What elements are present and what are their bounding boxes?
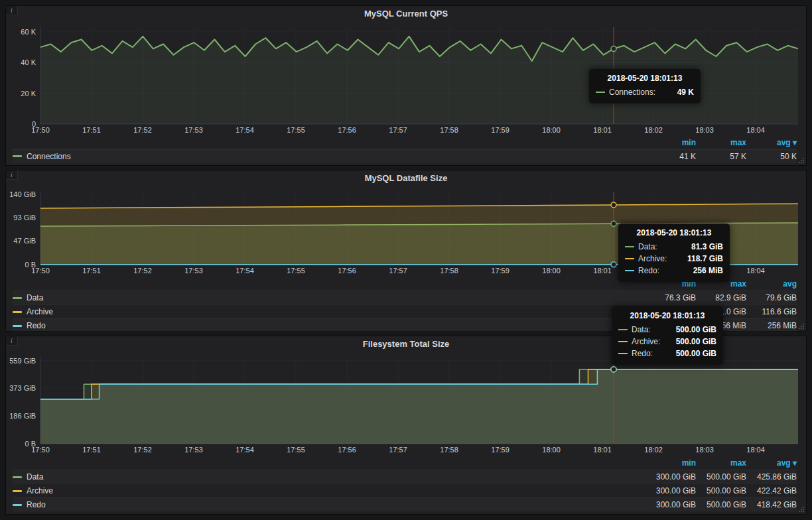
svg-text:18:01: 18:01	[593, 446, 612, 454]
legend-row: Connections 41 K 57 K 50 K	[13, 149, 797, 162]
series-swatch-icon	[13, 504, 22, 506]
legend-avg-value: 116.6 GiB	[752, 307, 797, 316]
series-swatch-icon	[618, 341, 628, 342]
legend-header-row: min max avg ▾	[13, 456, 797, 470]
tooltip-row: Archive: 500.00 GiB	[618, 336, 716, 348]
legend-avg-value: 425.86 GiB	[752, 472, 797, 482]
tooltip-series-label: Connections:	[609, 88, 655, 97]
legend-row: Data 76.3 GiB 82.9 GiB 79.6 GiB	[13, 291, 797, 304]
resize-handle-icon[interactable]	[798, 506, 805, 513]
legend-avg-value: 256 MiB	[752, 321, 797, 330]
svg-text:18:01: 18:01	[593, 126, 612, 134]
series-swatch-icon	[13, 155, 22, 157]
svg-text:18:00: 18:00	[542, 446, 561, 454]
legend-min-value: 300.00 GiB	[651, 486, 696, 495]
series-label[interactable]: Redo	[27, 321, 46, 330]
tooltip-timestamp: 2018-05-20 18:01:13	[618, 311, 716, 320]
series-swatch-icon	[13, 325, 22, 327]
legend-max-value: 57 K	[701, 152, 746, 161]
series-swatch-icon	[596, 92, 605, 93]
svg-text:18:04: 18:04	[746, 126, 765, 134]
legend-max-value: 82.9 GiB	[701, 293, 746, 302]
svg-text:0: 0	[32, 120, 36, 128]
panel-title[interactable]: MySQL Datafile Size	[6, 170, 806, 186]
svg-text:17:51: 17:51	[82, 267, 101, 275]
tooltip-row: Data: 500.00 GiB	[618, 324, 716, 336]
series-label[interactable]: Data	[27, 472, 43, 482]
panel-info-icon[interactable]: i	[6, 336, 18, 346]
legend-sort-min[interactable]: min	[651, 138, 696, 147]
legend-row: Data 300.00 GiB 500.00 GiB 425.86 GiB	[13, 470, 797, 484]
legend-row: Archive 300.00 GiB 500.00 GiB 422.42 GiB	[13, 484, 797, 497]
chart-tooltip: 2018-05-20 18:01:13 Data: 500.00 GiB Arc…	[612, 306, 723, 365]
series-label[interactable]: Data	[27, 293, 43, 302]
legend-sort-avg[interactable]: avg	[752, 279, 797, 289]
legend-avg-value: 418.42 GiB	[752, 500, 797, 509]
legend-min-value: 76.3 GiB	[651, 293, 696, 302]
series-swatch-icon	[625, 246, 634, 247]
tooltip-series-value: 500.00 GiB	[676, 349, 716, 358]
legend-header-row: min max avg ▾	[13, 136, 797, 149]
legend-sort-avg[interactable]: avg ▾	[752, 138, 797, 147]
series-swatch-icon	[618, 353, 628, 354]
tooltip-timestamp: 2018-05-20 18:01:13	[625, 228, 723, 237]
resize-handle-icon[interactable]	[798, 157, 805, 164]
svg-text:18:02: 18:02	[644, 446, 663, 454]
tooltip-series-value: 500.00 GiB	[676, 337, 716, 346]
legend-sort-max[interactable]: max	[701, 458, 746, 468]
series-label[interactable]: Redo	[27, 500, 46, 509]
filesystem-chart-canvas[interactable]: 17:5017:5117:5217:5317:5417:5517:5617:57…	[6, 352, 806, 456]
svg-text:140 GiB: 140 GiB	[9, 190, 36, 198]
legend-sort-avg[interactable]: avg ▾	[752, 458, 797, 468]
svg-text:47 GiB: 47 GiB	[13, 237, 36, 245]
legend-min-value: 300.00 GiB	[651, 472, 696, 482]
tooltip-series-value: 49 K	[677, 88, 694, 97]
series-swatch-icon	[13, 311, 22, 313]
tooltip-series-label: Redo:	[638, 266, 659, 275]
panel-title[interactable]: MySQL Current QPS	[6, 6, 806, 22]
svg-text:17:58: 17:58	[440, 446, 458, 454]
series-label[interactable]: Archive	[27, 486, 53, 495]
svg-text:17:55: 17:55	[287, 446, 305, 454]
svg-text:17:56: 17:56	[338, 126, 356, 134]
legend-max-value: 500.00 GiB	[701, 486, 746, 495]
legend-sort-max[interactable]: max	[701, 138, 746, 147]
svg-text:17:53: 17:53	[184, 446, 203, 454]
panel-info-icon[interactable]: i	[6, 170, 18, 180]
svg-text:17:52: 17:52	[133, 267, 152, 275]
svg-text:17:57: 17:57	[389, 446, 407, 454]
tooltip-row: Redo: 500.00 GiB	[618, 348, 716, 359]
svg-text:17:51: 17:51	[82, 126, 101, 134]
legend-min-value: 300.00 GiB	[651, 500, 696, 509]
tooltip-series-value: 256 MiB	[693, 266, 723, 275]
svg-text:18:01: 18:01	[593, 267, 612, 275]
svg-text:18:03: 18:03	[695, 446, 714, 454]
svg-text:373 GiB: 373 GiB	[9, 384, 36, 392]
tooltip-row: Connections: 49 K	[596, 86, 694, 98]
resize-handle-icon[interactable]	[798, 323, 805, 330]
legend-row: Redo 300.00 GiB 500.00 GiB 418.42 GiB	[13, 497, 797, 511]
svg-text:17:59: 17:59	[491, 446, 509, 454]
svg-text:18:02: 18:02	[644, 126, 663, 134]
series-swatch-icon	[13, 297, 22, 299]
svg-text:17:51: 17:51	[82, 446, 101, 454]
tooltip-series-label: Redo:	[632, 349, 653, 358]
svg-text:17:57: 17:57	[389, 126, 407, 134]
series-swatch-icon	[625, 270, 634, 271]
legend-max-value: 500.00 GiB	[701, 500, 746, 509]
svg-text:17:55: 17:55	[287, 126, 305, 134]
series-swatch-icon	[618, 329, 628, 330]
svg-text:17:52: 17:52	[133, 126, 152, 134]
tooltip-series-value: 500.00 GiB	[676, 325, 716, 334]
svg-text:93 GiB: 93 GiB	[13, 214, 36, 222]
svg-text:186 GiB: 186 GiB	[9, 412, 36, 420]
svg-text:17:58: 17:58	[440, 267, 458, 275]
svg-text:0 B: 0 B	[25, 261, 36, 269]
chart-tooltip: 2018-05-20 18:01:13 Data: 81.3 GiB Archi…	[618, 224, 730, 282]
svg-text:20 K: 20 K	[21, 90, 36, 98]
panel-info-icon[interactable]: i	[6, 6, 18, 15]
series-label[interactable]: Connections	[27, 152, 71, 161]
series-label[interactable]: Archive	[27, 307, 53, 316]
legend: min max avg ▾ Data 300.00 GiB 500.00 GiB…	[6, 456, 806, 513]
legend-sort-min[interactable]: min	[651, 458, 696, 468]
